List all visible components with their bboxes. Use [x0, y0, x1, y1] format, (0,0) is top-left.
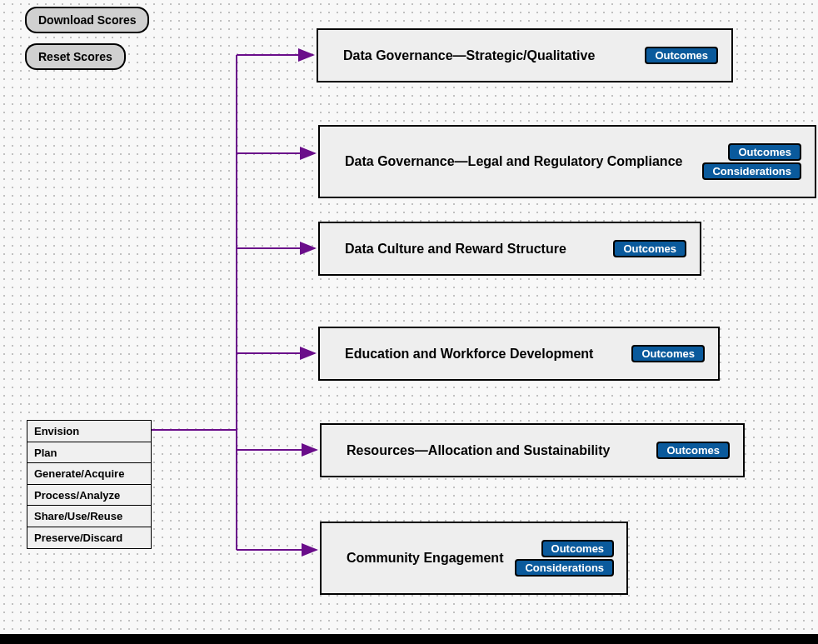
stage-generate-acquire[interactable]: Generate/Acquire: [27, 462, 152, 485]
node-badges: Outcomes: [631, 345, 705, 362]
node-title: Data Governance—Strategic/Qualitative: [343, 48, 595, 63]
node-badges: Outcomes: [613, 240, 686, 257]
outcomes-badge[interactable]: Outcomes: [656, 442, 730, 459]
node-badges: Outcomes: [656, 442, 730, 459]
stage-envision[interactable]: Envision: [27, 420, 152, 442]
stage-process-analyze[interactable]: Process/Analyze: [27, 484, 152, 507]
node-badges: Outcomes Considerations: [702, 143, 801, 180]
outcomes-badge[interactable]: Outcomes: [728, 143, 801, 161]
node-data-governance-strategic[interactable]: Data Governance—Strategic/Qualitative Ou…: [317, 28, 733, 82]
stage-share-use-reuse[interactable]: Share/Use/Reuse: [27, 505, 152, 527]
node-badges: Outcomes Considerations: [515, 540, 614, 577]
node-resources-allocation[interactable]: Resources—Allocation and Sustainability …: [320, 423, 745, 477]
node-title: Data Culture and Reward Structure: [345, 242, 566, 257]
reset-scores-button[interactable]: Reset Scores: [25, 43, 126, 70]
stage-list: Envision Plan Generate/Acquire Process/A…: [27, 420, 152, 549]
download-scores-button[interactable]: Download Scores: [25, 7, 149, 33]
outcomes-badge[interactable]: Outcomes: [541, 540, 615, 557]
stage-plan[interactable]: Plan: [27, 442, 152, 464]
stage-preserve-discard[interactable]: Preserve/Discard: [27, 527, 152, 549]
node-title: Resources—Allocation and Sustainability: [347, 443, 611, 458]
considerations-badge[interactable]: Considerations: [515, 559, 614, 577]
node-data-culture[interactable]: Data Culture and Reward Structure Outcom…: [318, 222, 701, 276]
node-data-governance-legal[interactable]: Data Governance—Legal and Regulatory Com…: [318, 125, 816, 198]
node-title: Community Engagement: [347, 551, 503, 566]
node-education-workforce[interactable]: Education and Workforce Development Outc…: [318, 327, 720, 381]
outcomes-badge[interactable]: Outcomes: [631, 345, 705, 362]
node-title: Data Governance—Legal and Regulatory Com…: [345, 154, 682, 169]
node-badges: Outcomes: [645, 47, 718, 64]
footer-bar: [0, 634, 818, 644]
outcomes-badge[interactable]: Outcomes: [645, 47, 718, 64]
node-title: Education and Workforce Development: [345, 347, 593, 362]
considerations-badge[interactable]: Considerations: [702, 162, 801, 180]
outcomes-badge[interactable]: Outcomes: [613, 240, 686, 257]
node-community-engagement[interactable]: Community Engagement Outcomes Considerat…: [320, 522, 628, 595]
